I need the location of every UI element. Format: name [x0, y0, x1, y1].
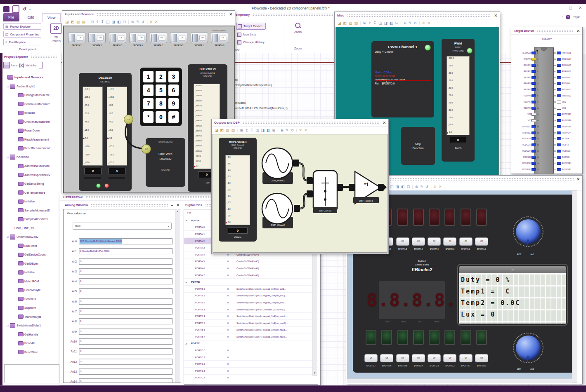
- pin-row[interactable]: RA4/AN4 6 35 RB2/AN8: [511, 80, 582, 87]
- minimize-icon[interactable]: –: [171, 203, 173, 207]
- toolbar-icon[interactable]: ▤: [232, 128, 235, 133]
- port-switch-button[interactable]: Off: [396, 237, 409, 246]
- toolbar-icon[interactable]: ◨: [112, 20, 116, 24]
- pin-row[interactable]: RA0/AN0 2 39 RB6/AN14: [511, 56, 582, 62]
- digital-pin-row[interactable]: ◢ PORTB: [184, 279, 318, 286]
- digital-pin-row[interactable]: PORTB.2 0 SwitchArraySlider1(pin2), keyp…: [184, 299, 318, 306]
- toolbar-icon[interactable]: ↥: [368, 21, 371, 26]
- toolbar-icon[interactable]: ⊕: [415, 185, 418, 189]
- pin-row[interactable]: RC2/CCP1 17 24 RC5/SDO: [511, 148, 582, 154]
- tree-item[interactable]: ChangeMeasureme: [2, 91, 61, 100]
- digital-pin-row[interactable]: PORTB.3 0 SwitchArraySlider1(pin3), Comb…: [184, 306, 318, 313]
- pwm2-scale[interactable]: ‒100.0‒90.0‒80.0‒70.0‒60.0‒50.0‒40.0‒30.…: [447, 56, 470, 135]
- toolbar-icon[interactable]: ↺: [414, 21, 417, 26]
- qat-dropdown-icon[interactable]: ▾: [29, 8, 31, 11]
- analog-value-input[interactable]: 0: [79, 348, 172, 354]
- toolbar-icon[interactable]: |: [128, 20, 129, 24]
- analog-value-input[interactable]: 0: [79, 298, 172, 305]
- port-switch-button[interactable]: Off: [475, 237, 488, 246]
- digital-pin-row[interactable]: PORTB.5 0 SwitchArraySlider1(pin5), keyp…: [184, 320, 318, 327]
- toolbar-icon[interactable]: |: [237, 128, 238, 133]
- tree-item[interactable]: TransmitByte: [2, 312, 61, 322]
- tree-item[interactable]: ReadMeasurement: [2, 135, 61, 144]
- toolbar-icon[interactable]: ⊟: [272, 128, 276, 133]
- pin-row[interactable]: RC0/SOSC 15 26 RC7/RX: [511, 136, 582, 142]
- style-menu[interactable]: Style: [573, 15, 580, 19]
- tree-item[interactable]: AddressSpecificDev: [2, 171, 61, 180]
- toolbar-icon[interactable]: |: [419, 21, 420, 26]
- toolbar-icon[interactable]: |: [360, 21, 361, 26]
- toolbar-icon[interactable]: ⊟: [407, 185, 410, 189]
- digital-pin-row[interactable]: PORTC.2 0: [184, 361, 318, 368]
- pin-row[interactable]: RA1/AN1 3 38 RB5/AN15: [511, 62, 582, 68]
- tree-item[interactable]: MatchROM: [2, 277, 61, 286]
- toolbar-icon[interactable]: ✕: [299, 128, 302, 133]
- expander-icon[interactable]: ⊟: [7, 85, 10, 88]
- close-icon[interactable]: ✕: [577, 29, 580, 33]
- analog-value-input[interactable]: 0: [79, 359, 172, 365]
- ribbon-button[interactable]: ⌕Find/Replace: [3, 39, 41, 45]
- tree-item[interactable]: OneTimeMeasurem: [2, 117, 61, 127]
- expander-icon[interactable]: ⊟: [7, 235, 10, 238]
- toolbar-icon[interactable]: |: [87, 20, 88, 24]
- macros-icon[interactable]: [39, 62, 43, 68]
- analog-value-input[interactable]: 0: [79, 369, 172, 375]
- toolbar-icon[interactable]: ✕: [433, 185, 437, 189]
- digital-pin-row[interactable]: PORTB.0 0 SwitchArraySlider1(pin0), keyp…: [184, 286, 318, 293]
- toolbar-icon[interactable]: ◩: [71, 20, 75, 24]
- tree-item[interactable]: ContinuousMeasure: [2, 100, 61, 109]
- toolbar-icon[interactable]: ◫: [255, 128, 259, 133]
- toolbar-icon[interactable]: ◧: [267, 128, 270, 133]
- dsp-titlebar[interactable]: Outputs and DSP ✕: [212, 119, 388, 127]
- tree-item[interactable]: AddressNextDevice: [2, 162, 61, 171]
- view-toggle[interactable]: Change History: [236, 39, 266, 45]
- port-switch-button[interactable]: Off: [412, 354, 425, 362]
- digital-pin-row[interactable]: PORTC.3 0: [184, 368, 318, 375]
- analog-value-input[interactable]: 0 ComboBL0114(Pot ADC): [79, 248, 172, 254]
- toolbar-icon[interactable]: ⊞: [90, 20, 94, 24]
- analog-value-input[interactable]: 0: [79, 288, 172, 294]
- pin-row[interactable]: VDD 11 30 RD7/PSP7: [511, 111, 582, 117]
- tree-item[interactable]: ⊟ SwitchArraySlider1: [2, 321, 61, 330]
- toolbar-icon[interactable]: ✎: [286, 128, 289, 133]
- toolbar-icon[interactable]: ↺: [291, 128, 294, 133]
- tree-item[interactable]: GetTemperature: [2, 188, 61, 197]
- toolbar-icon[interactable]: |: [146, 20, 147, 24]
- analog-value-input[interactable]: 0: [79, 268, 172, 275]
- save-icon[interactable]: [12, 5, 19, 13]
- toolbar-icon[interactable]: ⊕: [131, 20, 134, 24]
- toolbar-icon[interactable]: ◫: [378, 21, 382, 26]
- help-icon[interactable]: ?: [566, 15, 570, 19]
- tree-item[interactable]: GetDeviceCount: [2, 250, 61, 259]
- pin-row[interactable]: RA7/OSC1 13 28 RD5/PSP5: [511, 124, 582, 130]
- toolbar-icon[interactable]: |: [296, 128, 297, 133]
- variables-icon[interactable]: {x}: [19, 63, 24, 68]
- dsp-panel-canvas[interactable]: MCP47x6DAC DAC_Output1 (I2C CH2) ‒5.0‒4.…: [213, 134, 388, 253]
- toolbar-icon[interactable]: ◧: [390, 21, 393, 26]
- toolbar-icon[interactable]: ⊞: [240, 128, 243, 133]
- toolbar-icon[interactable]: ▥: [226, 128, 229, 133]
- expander-icon[interactable]: ⊟: [7, 156, 10, 159]
- pin-row[interactable]: RA6/OSC2 14 27 RD4/PSP4: [511, 130, 582, 136]
- port-switch-button[interactable]: Off: [443, 354, 456, 362]
- analog-value-input[interactable]: 0: [79, 329, 172, 335]
- tree-item[interactable]: ⊟ DS18B20: [2, 153, 61, 162]
- port-switch-button[interactable]: Off: [396, 354, 409, 362]
- toolbar-icon[interactable]: ↧: [250, 128, 254, 133]
- ribbon-tab[interactable]: Edit: [23, 13, 39, 21]
- port-switch-button[interactable]: Off: [459, 237, 473, 246]
- inputs-panel-canvas[interactable]: Off $PORTA.7 Off $PORTA.6: [63, 26, 235, 193]
- onewire-port-icon[interactable]: 1-W: [124, 115, 133, 124]
- view-values-dropdown[interactable]: Raw ▾: [73, 223, 172, 230]
- tree-item[interactable]: BusReset: [2, 242, 61, 251]
- toolbar-icon[interactable]: ↺: [425, 185, 429, 189]
- expander-icon[interactable]: ⊟: [7, 324, 10, 327]
- checkbox-icon[interactable]: [238, 24, 242, 28]
- toolbar-icon[interactable]: ↧: [101, 20, 104, 24]
- map-function-block[interactable]: Map Function: [401, 127, 435, 165]
- digital-pin-row[interactable]: PORTA.6 0 ComboBL0114(PinA6): [184, 265, 318, 272]
- toolbar-icon[interactable]: ◩: [220, 128, 224, 133]
- toolbar-icon[interactable]: ✕: [422, 21, 425, 26]
- analog-titlebar[interactable]: Analog Window – ✕: [62, 202, 182, 209]
- toolbar-icon[interactable]: |: [277, 128, 278, 133]
